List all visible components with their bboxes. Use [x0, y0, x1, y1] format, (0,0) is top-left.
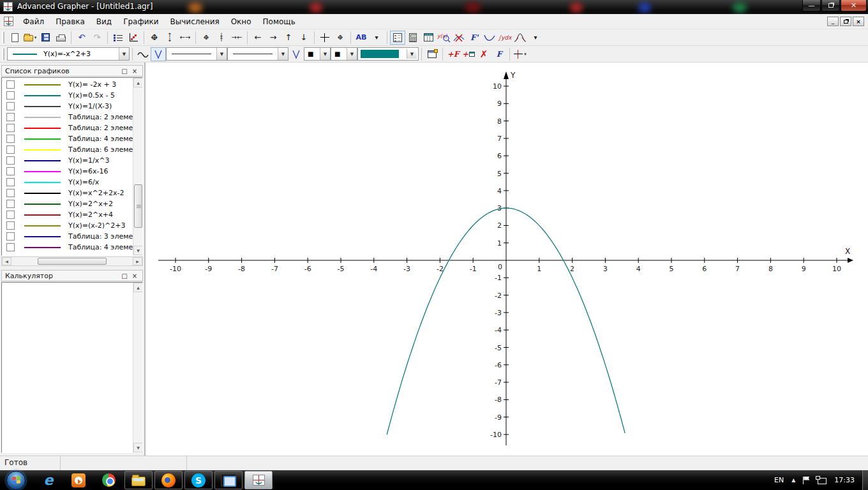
graph-list-icon-button[interactable]	[110, 31, 126, 45]
add-table-button[interactable]: +	[461, 47, 476, 61]
scroll-up-icon[interactable]: ▲	[133, 283, 143, 292]
undo-button[interactable]: ↶	[74, 31, 89, 45]
graph-visibility-checkbox[interactable]	[6, 167, 15, 175]
graph-list-row[interactable]: Y(x)=x^2+2x-2	[2, 188, 142, 198]
graph-list-horizontal-scrollbar[interactable]: ◀ ▶	[1, 256, 143, 266]
mdi-minimize-button[interactable]: _	[827, 17, 839, 26]
calculator-panel-toggle[interactable]	[405, 31, 421, 45]
toolbar-overflow-button[interactable]: ▾	[369, 31, 384, 45]
marker-style-combo[interactable]: ■ ▼	[304, 47, 331, 61]
delete-graph-button[interactable]: ✗	[476, 47, 491, 61]
graph-list-row[interactable]: Y(x)=(x-2)^2+3	[2, 220, 142, 231]
graph-visibility-checkbox[interactable]	[6, 189, 15, 197]
graph-list-row[interactable]: Y(x)=2^x+4	[2, 209, 142, 220]
dropdown-arrow-icon[interactable]: ▼	[407, 49, 417, 59]
graph-visibility-checkbox[interactable]	[6, 91, 15, 100]
function-selector-combo[interactable]: Y(x)=-x^2+3 ▼	[7, 47, 130, 61]
graph-visibility-checkbox[interactable]	[6, 135, 15, 143]
dropdown-arrow-icon[interactable]: ▾	[524, 52, 527, 57]
panel-close-icon[interactable]: ×	[130, 67, 139, 75]
taskbar-app-chrome[interactable]	[94, 471, 123, 489]
scroll-down-icon[interactable]: ▼	[133, 246, 143, 255]
graph-list-row[interactable]: Таблица: 2 элементов	[2, 122, 142, 133]
show-desktop-button[interactable]	[862, 470, 868, 490]
taskbar-app-file-explorer[interactable]	[124, 471, 153, 489]
graph-list-row[interactable]: Y(x)=2^x+2	[2, 198, 142, 209]
zoom-in-button[interactable]: ↔↕	[198, 31, 214, 45]
graph-list-row[interactable]: Y(x)= -2x + 3	[2, 79, 142, 90]
scroll-right-button[interactable]: →	[266, 31, 281, 45]
language-indicator[interactable]: EN	[774, 476, 784, 484]
taskbar-app-skype[interactable]: S	[184, 471, 213, 489]
taskbar-app-windows-media-player[interactable]	[64, 471, 93, 489]
action-center-icon[interactable]	[803, 477, 810, 484]
line-width-combo[interactable]: ▼	[227, 47, 288, 61]
trace-button[interactable]: y(x)	[436, 31, 451, 45]
center-origin-button[interactable]	[317, 31, 333, 45]
scrollbar-thumb[interactable]	[38, 258, 107, 265]
zoom-in-y-button[interactable]: ↓↑	[214, 31, 229, 45]
menu-item-file[interactable]: Файл	[17, 14, 50, 29]
scrollbar-thumb[interactable]	[134, 184, 142, 228]
graph-visibility-checkbox[interactable]	[6, 124, 15, 132]
scroll-up-button[interactable]: ↑	[281, 31, 296, 45]
calculator-panel[interactable]: ▲ ▼	[1, 282, 143, 453]
graph-visibility-checkbox[interactable]	[6, 200, 15, 208]
graph-list-row[interactable]: Y(x)=6x-16	[2, 166, 142, 177]
network-icon[interactable]	[818, 478, 827, 484]
zoom-out-y-button[interactable]: ↑↓	[162, 31, 177, 45]
graph-list-row[interactable]: Таблица: 2 элементов	[2, 112, 142, 122]
start-button[interactable]	[6, 471, 26, 490]
graph-list-row[interactable]: Таблица: 3 элементов	[2, 231, 142, 242]
integral-button[interactable]: ∫ydx	[497, 31, 513, 45]
graph-list-row[interactable]: Таблица: 4 элементов	[2, 242, 142, 253]
dropdown-arrow-icon[interactable]: ▼	[119, 48, 129, 60]
graph-list-row[interactable]: Y(x)=0.5x - 5	[2, 90, 142, 101]
graph-visibility-checkbox[interactable]	[6, 102, 15, 110]
curve-style-button[interactable]	[135, 47, 151, 61]
graph-color-combo[interactable]: ▼	[357, 47, 419, 61]
text-labels-button[interactable]: AB	[354, 31, 369, 45]
taskbar-app-internet-explorer[interactable]: e	[34, 471, 63, 489]
dropdown-arrow-icon[interactable]: ▼	[347, 48, 357, 60]
graph-properties-button[interactable]	[424, 47, 440, 61]
menu-item-calculations[interactable]: Вычисления	[165, 14, 225, 29]
mdi-restore-button[interactable]	[840, 17, 851, 26]
menu-item-view[interactable]: Вид	[91, 14, 117, 29]
menu-item-edit[interactable]: Правка	[50, 14, 91, 29]
graph-list-row[interactable]: Y(x)=1/(X-3)	[2, 101, 142, 112]
graph-list-vertical-scrollbar[interactable]: ▲ ▼	[133, 78, 142, 255]
scroll-down-icon[interactable]: ▼	[133, 443, 143, 452]
marker-type-button[interactable]	[288, 47, 304, 61]
menu-item-window[interactable]: Окно	[225, 14, 257, 29]
taskbar-app-image-viewer[interactable]	[214, 471, 243, 489]
toolbar-drag-handle[interactable]	[2, 32, 4, 43]
dropdown-arrow-icon[interactable]: ▾	[34, 35, 37, 40]
graph-list-panel-toggle[interactable]	[390, 31, 405, 45]
graph-visibility-checkbox[interactable]	[6, 232, 15, 241]
menu-item-graphs[interactable]: Графики	[117, 14, 164, 29]
tangent-button[interactable]	[482, 31, 497, 45]
calculator-vertical-scrollbar[interactable]: ▲ ▼	[133, 283, 142, 452]
clock[interactable]: 17:33	[834, 476, 855, 484]
analysis-overflow-button[interactable]: ▾	[528, 31, 543, 45]
open-file-button[interactable]: ▾	[22, 31, 38, 45]
graph-visibility-checkbox[interactable]	[6, 178, 15, 186]
mdi-close-button[interactable]: ×	[853, 17, 864, 26]
dropdown-arrow-icon[interactable]: ▼	[320, 48, 330, 60]
axes-points-button[interactable]	[126, 31, 141, 45]
add-function-button[interactable]: +F	[445, 47, 461, 61]
scroll-down-button[interactable]: ↓	[296, 31, 311, 45]
zoom-in-x-button[interactable]: →←	[229, 31, 244, 45]
dropdown-arrow-icon[interactable]: ▼	[216, 48, 227, 60]
graph-visibility-checkbox[interactable]	[6, 113, 15, 121]
plot-canvas[interactable]: XY-10-9-8-7-6-5-4-3-2-112345678910-10-9-…	[146, 63, 868, 456]
graph-visibility-checkbox[interactable]	[6, 211, 15, 219]
axes-style-button[interactable]: ▾	[513, 47, 528, 61]
save-file-button[interactable]	[38, 31, 53, 45]
taskbar-app-firefox[interactable]	[154, 471, 183, 489]
scroll-up-icon[interactable]: ▲	[133, 78, 143, 87]
line-type-button[interactable]	[151, 47, 166, 61]
intersections-button[interactable]	[451, 31, 467, 45]
plot-area[interactable]: XY-10-9-8-7-6-5-4-3-2-112345678910-10-9-…	[146, 63, 868, 456]
